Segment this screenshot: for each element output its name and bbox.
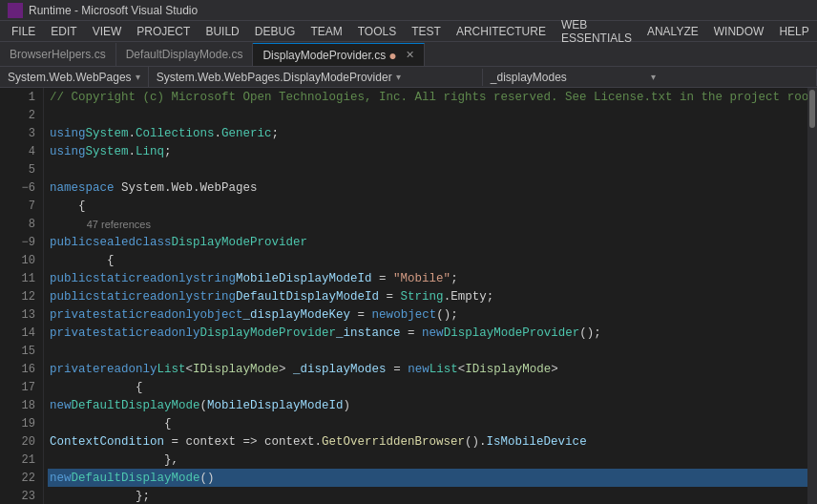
line-number: 20	[0, 432, 43, 451]
line-number: 2	[0, 106, 43, 124]
tab-bar: BrowserHelpers.csDefaultDisplayMode.csDi…	[0, 42, 817, 67]
code-line: ContextCondition = context => context.Ge…	[48, 432, 807, 451]
line-numbers: 12345−678−910111213141516171819202122232…	[0, 88, 44, 504]
code-line: };	[48, 487, 807, 504]
code-line: // Copyright (c) Microsoft Open Technolo…	[48, 88, 807, 106]
line-number: 15	[0, 342, 43, 360]
menu-bar: FILEEDITVIEWPROJECTBUILDDEBUGTEAMTOOLSTE…	[0, 21, 817, 42]
line-number: 3	[0, 124, 43, 142]
code-line: private static readonly DisplayModeProvi…	[48, 324, 807, 342]
code-line: {	[48, 378, 807, 396]
line-number: 21	[0, 451, 43, 469]
menu-item-view[interactable]: VIEW	[85, 23, 130, 40]
line-number: 14	[0, 324, 43, 342]
vs-logo-icon	[8, 3, 23, 18]
code-line: private readonly List<IDisplayMode> _dis…	[48, 360, 807, 378]
line-number: 7	[0, 197, 43, 215]
nav-class-arrow: ▾	[396, 72, 474, 82]
code-line: using System.Linq;	[48, 142, 807, 160]
line-number: 19	[0, 414, 43, 432]
nav-namespace-arrow: ▾	[136, 72, 140, 82]
navigation-bar: System.Web.WebPages ▾ System.Web.WebPage…	[0, 67, 817, 88]
menu-item-test[interactable]: TEST	[404, 23, 449, 40]
line-number: 13	[0, 305, 43, 324]
menu-item-debug[interactable]: DEBUG	[247, 23, 304, 40]
editor: 12345−678−910111213141516171819202122232…	[0, 88, 817, 504]
menu-item-architecture[interactable]: ARCHITECTURE	[449, 23, 554, 40]
line-number: 12	[0, 287, 43, 305]
code-line: new DefaultDisplayMode()	[48, 469, 807, 487]
code-line: public static readonly string MobileDisp…	[48, 269, 807, 287]
line-number: 4	[0, 142, 43, 160]
line-number: 1	[0, 88, 43, 106]
line-number: 5	[0, 160, 43, 178]
menu-item-build[interactable]: BUILD	[198, 23, 246, 40]
code-line: {	[48, 251, 807, 269]
nav-member[interactable]: _displayModes ▾	[483, 69, 817, 86]
code-line	[48, 342, 807, 360]
code-line: },	[48, 451, 807, 469]
code-line: private static readonly object _displayM…	[48, 305, 807, 324]
nav-class[interactable]: System.Web.WebPages.DisplayModeProvider …	[149, 69, 483, 86]
tab-browserhelpers-cs[interactable]: BrowserHelpers.cs	[0, 43, 116, 66]
menu-item-team[interactable]: TEAM	[303, 23, 349, 40]
code-line	[48, 106, 807, 124]
menu-item-web essentials[interactable]: WEB ESSENTIALS	[554, 16, 639, 47]
menu-item-project[interactable]: PROJECT	[129, 23, 198, 40]
menu-item-file[interactable]: FILE	[4, 23, 43, 40]
tab-displaymodeprovider-cs[interactable]: DisplayModeProvider.cs●✕	[253, 43, 424, 66]
menu-item-edit[interactable]: EDIT	[43, 23, 84, 40]
line-number: 10	[0, 251, 43, 269]
nav-member-arrow: ▾	[651, 72, 808, 82]
tab-defaultdisplaymode-cs[interactable]: DefaultDisplayMode.cs	[116, 43, 254, 66]
title-bar: Runtime - Microsoft Visual Studio	[0, 0, 817, 21]
code-line: new DefaultDisplayMode(MobileDisplayMode…	[48, 396, 807, 414]
code-line: namespace System.Web.WebPages	[48, 178, 807, 197]
line-number: 11	[0, 269, 43, 287]
menu-item-analyze[interactable]: ANALYZE	[639, 23, 706, 40]
code-line: {	[48, 414, 807, 432]
line-number: −9	[0, 233, 43, 251]
line-number: 17	[0, 378, 43, 396]
code-area[interactable]: // Copyright (c) Microsoft Open Technolo…	[44, 88, 807, 504]
scroll-thumb[interactable]	[809, 90, 815, 128]
menu-item-tools[interactable]: TOOLS	[350, 23, 404, 40]
code-line: using System.Collections.Generic;	[48, 124, 807, 142]
line-number: −6	[0, 178, 43, 197]
tab-close-btn[interactable]: ✕	[406, 49, 414, 61]
line-number: 18	[0, 396, 43, 414]
line-number: 22	[0, 469, 43, 487]
nav-namespace[interactable]: System.Web.WebPages ▾	[0, 67, 149, 87]
line-number: 23	[0, 487, 43, 504]
scrollbar[interactable]	[807, 88, 817, 504]
app-title: Runtime - Microsoft Visual Studio	[29, 4, 198, 17]
menu-item-help[interactable]: HELP	[771, 23, 816, 40]
code-line	[48, 160, 807, 178]
line-number: 8	[0, 215, 43, 233]
code-line: 47 references	[48, 215, 807, 233]
line-number: 16	[0, 360, 43, 378]
menu-item-window[interactable]: WINDOW	[706, 23, 772, 40]
code-line: public static readonly string DefaultDis…	[48, 287, 807, 305]
code-line: {	[48, 197, 807, 215]
code-line: public sealed class DisplayModeProvider	[48, 233, 807, 251]
